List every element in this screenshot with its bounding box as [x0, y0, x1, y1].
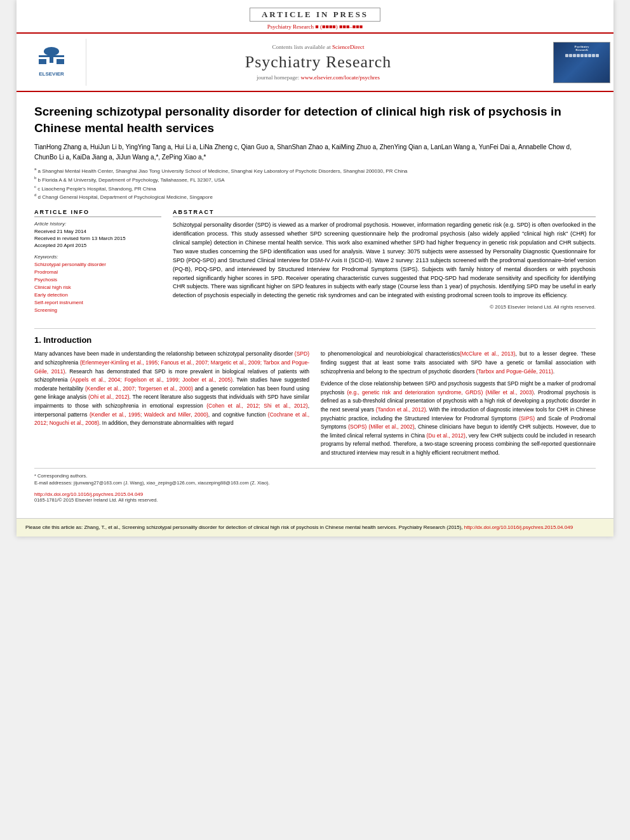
section-divider: [34, 328, 596, 329]
journal-thumbnail: PsychiatryResearch: [550, 39, 613, 86]
received-date: Received 21 May 2014: [34, 228, 161, 235]
intro-right-col: to phenomenological and neurobiological …: [321, 350, 596, 461]
keyword-item: Screening: [34, 307, 161, 314]
keywords-list: Schizotypal personality disorderProdroma…: [34, 261, 161, 314]
intro-paragraph: to phenomenological and neurobiological …: [321, 350, 596, 376]
keyword-item: Clinical high risk: [34, 284, 161, 291]
citation-text: Please cite this article as: Zhang, T., …: [25, 524, 605, 531]
aip-label: ARTICLE IN PRESS: [250, 8, 380, 22]
history-group: Article history: Received 21 May 2014 Re…: [34, 221, 161, 250]
copyright-notice: © 2015 Elsevier Ireland Ltd. All rights …: [173, 304, 596, 310]
article-body: Screening schizotypal personality disord…: [17, 92, 613, 512]
article-title: Screening schizotypal personality disord…: [34, 103, 596, 136]
svg-rect-5: [57, 59, 64, 64]
affil-a: a a Shanghai Mental Health Center, Shang…: [34, 166, 596, 175]
intro-left-col: Many advances have been made in understa…: [34, 350, 309, 461]
article-page: ARTICLE IN PRESS Psychiatry Research ■ (…: [17, 0, 613, 537]
introduction-section: 1. Introduction Many advances have been …: [34, 335, 596, 461]
journal-ref: Psychiatry Research ■ (■■■■) ■■■–■■■: [17, 23, 613, 30]
cover-image: PsychiatryResearch: [553, 42, 610, 83]
affil-b: b b Florida A & M University, Department…: [34, 175, 596, 184]
keyword-item: Psychosis: [34, 276, 161, 284]
article-info-col: ARTICLE INFO Article history: Received 2…: [34, 209, 161, 320]
citation-bar: Please cite this article as: Zhang, T., …: [17, 518, 613, 537]
article-info-label: ARTICLE INFO: [34, 209, 161, 217]
homepage-link[interactable]: www.elsevier.com/locate/psychres: [301, 74, 380, 81]
revised-date: Received in revised form 13 March 2015: [34, 235, 161, 242]
journal-header: ELSEVIER Contents lists available at Sci…: [17, 34, 613, 92]
authors: TianHong Zhang a, HuiJun Li b, YingYing …: [34, 142, 596, 163]
publisher-logo-area: ELSEVIER: [17, 39, 86, 86]
elsevier-logo: ELSEVIER: [26, 46, 77, 78]
abstract-label: ABSTRACT: [173, 209, 596, 217]
intro-paragraph: Evidence of the close relationship betwe…: [321, 380, 596, 457]
history-label: Article history:: [34, 221, 161, 227]
issn: 0165-1781/© 2015 Elsevier Ireland Ltd. A…: [34, 497, 596, 503]
doi-section: http://dx.doi.org/10.1016/j.psychres.201…: [34, 491, 596, 503]
intro-paragraph: Many advances have been made in understa…: [34, 350, 309, 427]
aip-banner: ARTICLE IN PRESS Psychiatry Research ■ (…: [17, 0, 613, 34]
journal-title: Psychiatry Research: [245, 53, 392, 72]
accepted-date: Accepted 20 April 2015: [34, 242, 161, 249]
sciencedirect-link: Contents lists available at ScienceDirec…: [272, 44, 365, 50]
keyword-item: Schizotypal personality disorder: [34, 261, 161, 269]
svg-rect-4: [39, 59, 46, 64]
affil-d: d d Changi General Hospital, Department …: [34, 192, 596, 201]
abstract-col: ABSTRACT Schizotypal personality disorde…: [173, 209, 596, 320]
citation-doi-link[interactable]: http://dx.doi.org/10.1016/j.psychres.201…: [464, 524, 573, 530]
svg-point-1: [44, 47, 59, 56]
intro-heading: 1. Introduction: [34, 335, 596, 345]
keywords-group: Keywords: Schizotypal personality disord…: [34, 254, 161, 314]
affil-c: c c Liaocheng People's Hospital, Shandon…: [34, 184, 596, 193]
journal-homepage: journal homepage: www.elsevier.com/locat…: [257, 74, 380, 81]
corresponding-note: * Corresponding authors.: [34, 472, 596, 479]
email-note: E-mail addresses: jijunwang27@163.com (J…: [34, 479, 596, 486]
svg-rect-3: [39, 55, 64, 57]
sciencedirect-anchor[interactable]: ScienceDirect: [332, 44, 364, 50]
doi-link[interactable]: http://dx.doi.org/10.1016/j.psychres.201…: [34, 491, 143, 497]
info-abstract-section: ARTICLE INFO Article history: Received 2…: [34, 209, 596, 320]
svg-text:ELSEVIER: ELSEVIER: [39, 71, 64, 77]
keyword-item: Prodromal: [34, 269, 161, 276]
affiliations: a a Shanghai Mental Health Center, Shang…: [34, 166, 596, 201]
footer-notes: * Corresponding authors. E-mail addresse…: [34, 468, 596, 487]
intro-text-columns: Many advances have been made in understa…: [34, 350, 596, 461]
journal-info: Contents lists available at ScienceDirec…: [86, 39, 550, 86]
keyword-item: Self-report instrument: [34, 299, 161, 307]
keyword-item: Early detection: [34, 291, 161, 299]
keywords-label: Keywords:: [34, 254, 161, 260]
abstract-text: Schizotypal personality disorder (SPD) i…: [173, 221, 596, 300]
